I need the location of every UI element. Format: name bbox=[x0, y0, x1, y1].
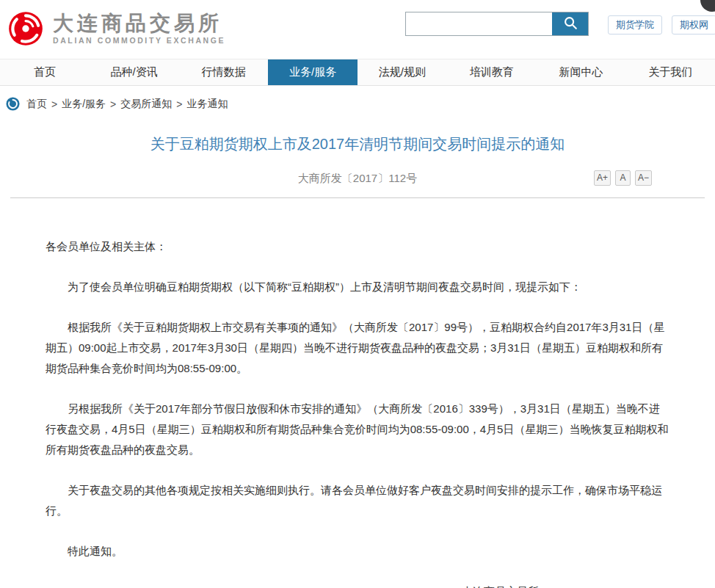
font-reset-button[interactable]: A bbox=[615, 170, 631, 186]
dce-logo[interactable]: 大连商品交易所 DALIAN COMMODITY EXCHANGE bbox=[6, 9, 225, 48]
font-decrease-button[interactable]: A− bbox=[635, 170, 652, 186]
nav-item-news[interactable]: 新闻中心 bbox=[537, 59, 626, 85]
logo-name-en: DALIAN COMMODITY EXCHANGE bbox=[53, 35, 225, 46]
crumb-business-services[interactable]: 业务/服务 bbox=[62, 98, 106, 111]
search-button[interactable] bbox=[552, 12, 588, 35]
header-quick-links: 期货学院 期权网 bbox=[608, 15, 715, 35]
notice-body: 各会员单位及相关主体： 为了使会员单位明确豆粕期货期权（以下简称“豆粕期权”）上… bbox=[0, 198, 715, 588]
breadcrumb-separator: > bbox=[176, 98, 182, 110]
crumb-home[interactable]: 首页 bbox=[26, 98, 47, 111]
notice-paragraph-holiday-arrangement: 另根据我所《关于2017年部分节假日放假和休市安排的通知》（大商所发〔2016〕… bbox=[46, 399, 669, 460]
signature-organization: 大连商品交易所 bbox=[462, 581, 539, 588]
nav-item-rules[interactable]: 法规/规则 bbox=[358, 59, 447, 85]
link-options-site[interactable]: 期权网 bbox=[672, 15, 715, 35]
font-increase-button[interactable]: A+ bbox=[594, 170, 611, 186]
notice-paragraph-salutation: 各会员单位及相关主体： bbox=[46, 236, 669, 257]
crumb-business-notices[interactable]: 业务通知 bbox=[186, 98, 228, 111]
doc-number-row: 大商所发〔2017〕112号 A+ A A− bbox=[0, 172, 715, 188]
logo-name-cn: 大连商品交易所 bbox=[53, 12, 225, 35]
nav-item-products-info[interactable]: 品种/资讯 bbox=[90, 59, 179, 85]
nav-item-home[interactable]: 首页 bbox=[0, 59, 90, 85]
nav-item-about[interactable]: 关于我们 bbox=[625, 59, 715, 85]
nav-item-training[interactable]: 培训教育 bbox=[447, 59, 537, 85]
main-nav: 首页 品种/资讯 行情数据 业务/服务 法规/规则 培训教育 新闻中心 关于我们 bbox=[0, 59, 715, 86]
site-header: 大连商品交易所 DALIAN COMMODITY EXCHANGE 期货学院 期… bbox=[0, 0, 715, 59]
notice-paragraph-listing-arrangement: 根据我所《关于豆粕期货期权上市交易有关事项的通知》（大商所发〔2017〕99号）… bbox=[46, 317, 669, 379]
notice-paragraph-closing: 特此通知。 bbox=[46, 541, 669, 562]
font-size-controls: A+ A A− bbox=[594, 170, 652, 186]
breadcrumb: 首页 > 业务/服务 > 交易所通知 > 业务通知 bbox=[0, 86, 715, 117]
notice-signature: 大连商品交易所 2017年3月27日 bbox=[462, 581, 539, 588]
corner-widget-button[interactable] bbox=[700, 0, 715, 12]
nav-item-market-data[interactable]: 行情数据 bbox=[179, 59, 269, 85]
search-icon bbox=[562, 15, 578, 33]
nav-item-business-services[interactable]: 业务/服务 bbox=[268, 59, 358, 85]
site-search bbox=[405, 12, 589, 36]
notice-paragraph-other-rules: 关于夜盘交易的其他各项规定按相关实施细则执行。请各会员单位做好客户夜盘交易时间安… bbox=[46, 480, 669, 521]
crumb-exchange-notices[interactable]: 交易所通知 bbox=[120, 98, 172, 111]
notice-paragraph-intro: 为了使会员单位明确豆粕期货期权（以下简称“豆粕期权”）上市及清明节期间夜盘交易时… bbox=[46, 277, 669, 297]
notice-title: 关于豆粕期货期权上市及2017年清明节期间交易时间提示的通知 bbox=[0, 134, 715, 154]
dce-swirl-icon bbox=[6, 9, 46, 48]
breadcrumb-separator: > bbox=[110, 98, 116, 110]
breadcrumb-separator: > bbox=[51, 98, 57, 110]
link-futures-academy[interactable]: 期货学院 bbox=[608, 15, 662, 35]
breadcrumb-home-icon bbox=[6, 97, 20, 111]
search-input[interactable] bbox=[406, 12, 552, 35]
